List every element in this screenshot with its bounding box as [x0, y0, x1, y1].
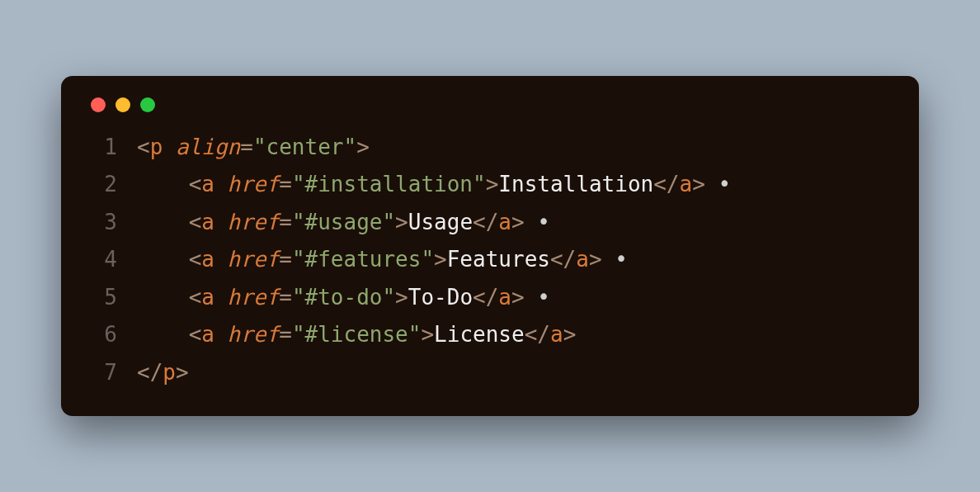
code-token: =: [279, 247, 292, 272]
code-token: >: [395, 210, 408, 234]
code-line: 5 <a href="#to-do">To-Do</a> •: [86, 279, 894, 317]
code-token: =: [279, 172, 292, 196]
code-token: >: [511, 210, 525, 234]
code-token: p: [163, 360, 176, 385]
code-token: [214, 285, 228, 310]
code-token: a: [201, 247, 214, 272]
code-content: <a href="#to-do">To-Do</a> •: [137, 279, 550, 317]
code-token: <: [189, 285, 202, 310]
code-token: [214, 210, 228, 234]
code-token: [214, 322, 228, 347]
code-token: >: [176, 360, 189, 385]
code-token: href: [228, 285, 280, 310]
code-window: 1<p align="center">2 <a href="#installat…: [61, 76, 919, 417]
code-line: 7</p>: [86, 354, 894, 392]
code-token: a: [201, 322, 214, 347]
code-token: href: [228, 172, 280, 196]
code-token: "#installation": [292, 172, 486, 196]
line-number: 6: [86, 316, 117, 354]
line-number: 1: [86, 129, 117, 167]
code-token: </: [525, 322, 550, 347]
code-token: =: [279, 322, 292, 347]
code-line: 2 <a href="#installation">Installation</…: [86, 166, 894, 204]
zoom-icon[interactable]: [140, 97, 155, 112]
code-content: <a href="#usage">Usage</a> •: [137, 204, 550, 242]
line-number: 2: [86, 166, 117, 204]
code-token: =: [279, 285, 292, 310]
code-token: href: [228, 322, 280, 347]
code-content: <a href="#features">Features</a> •: [137, 241, 628, 279]
code-token: >: [486, 172, 499, 196]
code-token: [214, 247, 228, 272]
code-token: >: [511, 285, 525, 310]
code-token: To-Do: [408, 285, 473, 310]
close-icon[interactable]: [91, 97, 106, 112]
code-line: 3 <a href="#usage">Usage</a> •: [86, 204, 894, 242]
code-token: Usage: [408, 210, 473, 234]
code-token: •: [525, 210, 550, 234]
code-token: <: [189, 210, 202, 234]
code-content: <a href="#license">License</a>: [137, 316, 576, 354]
code-token: "#features": [292, 247, 434, 272]
code-token: •: [602, 247, 628, 272]
code-token: align: [176, 135, 240, 159]
code-token: a: [680, 172, 693, 196]
code-token: </: [550, 247, 576, 272]
code-token: a: [498, 210, 511, 234]
code-token: href: [228, 210, 280, 234]
code-token: [163, 135, 176, 159]
code-token: <: [189, 322, 202, 347]
code-token: >: [356, 135, 370, 159]
code-token: >: [421, 322, 434, 347]
code-token: a: [550, 322, 563, 347]
minimize-icon[interactable]: [115, 97, 130, 112]
code-content: </p>: [137, 354, 189, 392]
line-number: 3: [86, 204, 117, 242]
code-token: •: [525, 285, 550, 310]
code-token: <: [189, 247, 202, 272]
code-token: </: [473, 210, 498, 234]
code-token: Installation: [498, 172, 653, 196]
code-token: </: [473, 285, 498, 310]
code-token: p: [150, 135, 163, 159]
code-token: License: [434, 322, 525, 347]
code-token: "#license": [292, 322, 422, 347]
code-content: <a href="#installation">Installation</a>…: [137, 166, 731, 204]
code-token: =: [279, 210, 292, 234]
code-token: "#to-do": [292, 285, 395, 310]
code-token: [214, 172, 228, 196]
code-token: >: [434, 247, 447, 272]
code-token: a: [576, 247, 589, 272]
code-token: >: [589, 247, 602, 272]
code-token: "#usage": [292, 210, 395, 234]
code-line: 6 <a href="#license">License</a>: [86, 316, 894, 354]
line-number: 7: [86, 354, 117, 392]
line-number: 5: [86, 279, 117, 317]
code-token: </: [137, 360, 163, 385]
code-token: <: [189, 172, 202, 196]
code-token: Features: [447, 247, 550, 272]
code-token: a: [498, 285, 511, 310]
code-line: 1<p align="center">: [86, 129, 894, 167]
code-token: a: [201, 172, 214, 196]
code-block: 1<p align="center">2 <a href="#installat…: [86, 129, 894, 392]
code-token: a: [201, 210, 214, 234]
code-line: 4 <a href="#features">Features</a> •: [86, 241, 894, 279]
code-token: </: [653, 172, 679, 196]
window-controls: [91, 97, 894, 112]
code-token: >: [395, 285, 408, 310]
code-token: <: [137, 135, 150, 159]
code-token: >: [692, 172, 705, 196]
code-token: >: [563, 322, 577, 347]
code-token: "center": [253, 135, 356, 159]
code-token: href: [228, 247, 280, 272]
code-token: •: [705, 172, 731, 196]
code-content: <p align="center">: [137, 129, 370, 167]
code-token: a: [201, 285, 214, 310]
code-token: =: [240, 135, 253, 159]
line-number: 4: [86, 241, 117, 279]
